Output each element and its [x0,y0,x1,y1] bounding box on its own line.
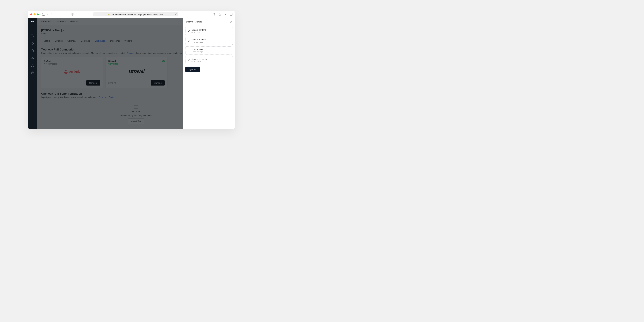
sync-item-title: Update calendar [192,58,207,60]
sidebar-nav-3-icon[interactable] [31,49,34,52]
minimize-window-button[interactable] [34,14,36,16]
svg-point-15 [31,66,32,66]
sync-item-title: Update fees [192,48,203,51]
sidebar-nav-4-icon[interactable] [31,56,34,60]
sync-item-time: 4 minutes ago [192,60,207,62]
svg-line-17 [32,65,32,66]
check-icon [188,49,190,52]
svg-rect-8 [230,14,232,16]
check-icon [188,59,190,62]
chrome-right-actions [213,13,232,16]
close-window-button[interactable] [30,14,32,16]
back-button[interactable] [46,13,49,16]
svg-text:/: / [32,72,32,74]
download-icon[interactable] [213,13,216,16]
svg-point-16 [33,66,34,66]
svg-point-14 [32,64,33,65]
check-icon [188,30,190,32]
sidebar-toggle-icon[interactable] [42,13,45,16]
sync-item[interactable]: Update images 4 minutes ago [185,37,233,45]
app-sidebar: / [28,18,37,129]
svg-rect-0 [42,14,45,16]
sidebar-nav-6-icon[interactable]: / [31,71,34,75]
sync-item[interactable]: Update calendar 4 minutes ago [185,56,233,64]
browser-chrome: 🔒 channel-name.rentalwise.io/pms/propert… [28,11,235,18]
check-icon [188,40,190,42]
sidebar-nav-5-icon[interactable] [31,64,34,67]
sync-item[interactable]: Update content 4 minutes ago [185,27,233,35]
address-bar[interactable]: 🔒 channel-name.rentalwise.io/pms/propert… [93,12,178,16]
svg-line-18 [32,65,33,66]
sync-item-time: 4 minutes ago [192,31,206,33]
sync-panel-body: Update content 4 minutes ago Update imag… [183,25,235,74]
sync-item-time: 4 minutes ago [192,51,203,53]
app-body: Properties Calendars More [DTRVL - Test]… [37,18,235,129]
forward-button[interactable] [50,13,53,16]
sidebar-nav-1-icon[interactable] [31,34,34,38]
new-tab-icon[interactable] [224,13,227,16]
sync-item[interactable]: Update fees 4 minutes ago [185,46,233,54]
sync-panel-header: Dtravel - James [183,18,235,25]
sync-item-title: Update images [192,38,206,41]
share-icon[interactable] [218,13,221,16]
close-icon [230,20,232,23]
svg-point-13 [32,58,32,58]
app-logo[interactable] [30,20,34,24]
browser-window: 🔒 channel-name.rentalwise.io/pms/propert… [28,11,235,129]
sync-all-button[interactable]: Sync all [185,66,200,72]
traffic-lights [30,14,39,16]
lock-icon: 🔒 [108,14,110,16]
shield-icon[interactable] [71,13,74,16]
url-text: channel-name.rentalwise.io/pms/propertie… [111,13,164,16]
sync-item-title: Update content [192,29,206,31]
sidebar-nav-2-icon[interactable] [31,42,34,45]
sync-panel-title: Dtravel - James [186,20,202,23]
refresh-icon[interactable] [175,14,177,16]
close-panel-button[interactable] [230,20,232,23]
sync-item-time: 4 minutes ago [192,41,206,43]
sync-panel: Dtravel - James Update content 4 minutes… [183,18,235,129]
maximize-window-button[interactable] [37,14,39,16]
app: / Properties Calendars More [DTRVL - Tes… [28,18,235,129]
tabs-icon[interactable] [230,13,232,16]
